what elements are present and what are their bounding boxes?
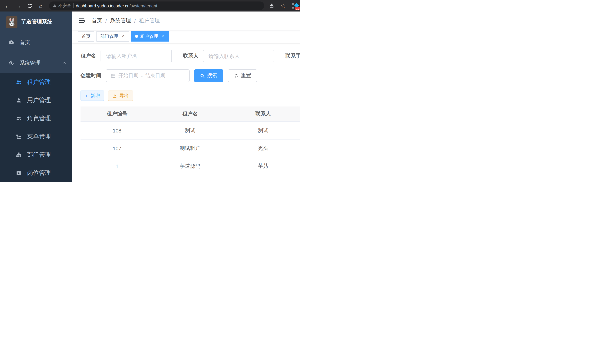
app-title: 芋道管理系统 xyxy=(21,19,52,25)
tab-dept[interactable]: 部门管理 xyxy=(96,31,129,42)
table-row: 108 测试 测试 15601691300 关闭 2021-12-14 21:0… xyxy=(81,121,300,139)
close-icon[interactable] xyxy=(120,34,125,39)
reset-button[interactable]: 重置 xyxy=(228,69,257,82)
dashboard-icon xyxy=(8,39,14,46)
share-icon[interactable] xyxy=(268,2,275,9)
tab-label: 首页 xyxy=(82,33,91,39)
users-icon xyxy=(16,79,22,85)
plus-icon: + xyxy=(85,93,88,99)
col-tenant-id: 租户编号 xyxy=(81,106,154,121)
sidebar-item-post[interactable]: 岗位管理 xyxy=(0,164,72,182)
page-content: 租户名 联系人 联系手机 租户状态 请选择租户状态 xyxy=(72,43,300,182)
url-bar[interactable]: 不安全 dashboard.yudao.iocoder.cn/system/te… xyxy=(49,1,264,10)
range-separator: - xyxy=(141,73,143,78)
tab-label: 部门管理 xyxy=(100,33,118,39)
security-label: 不安全 xyxy=(58,3,71,9)
sidebar-item-label: 租户管理 xyxy=(27,78,66,86)
date-range-picker[interactable]: 开始日期 - 结束日期 xyxy=(106,69,190,82)
top-navbar: 首页 / 系统管理 / 租户管理 TT xyxy=(72,11,300,30)
sidebar-item-user[interactable]: 用户管理 xyxy=(0,91,72,110)
browser-back-icon[interactable]: ← xyxy=(3,1,12,10)
sidebar-item-system[interactable]: 系统管理 xyxy=(0,53,72,73)
start-date-placeholder[interactable]: 开始日期 xyxy=(118,72,138,79)
sidebar-item-label: 首页 xyxy=(20,39,66,46)
create-time-label: 创建时间 xyxy=(81,72,101,79)
tree-icon xyxy=(16,134,22,140)
cell-contact: 芋艿 xyxy=(226,157,300,175)
cell-tenant-name: 芋道源码 xyxy=(154,157,227,175)
org-chart-icon xyxy=(16,152,22,158)
search-button[interactable]: 搜索 xyxy=(194,69,223,82)
reset-button-label: 重置 xyxy=(241,72,251,79)
url-domain: dashboard.yudao.iocoder.cn xyxy=(76,3,130,8)
search-button-label: 搜索 xyxy=(207,72,217,79)
logo-image: 🐰 xyxy=(6,16,18,28)
bookmark-star-icon[interactable]: ☆ xyxy=(279,1,288,10)
badge-icon xyxy=(16,170,22,176)
cell-tenant-id: 108 xyxy=(81,121,154,139)
sidebar-item-role[interactable]: 角色管理 xyxy=(0,110,72,128)
breadcrumb: 首页 / 系统管理 / 租户管理 xyxy=(92,18,160,24)
url-text: dashboard.yudao.iocoder.cn/system/tenant xyxy=(76,3,157,8)
cell-mobile: 17321315478 xyxy=(300,157,300,175)
add-button-label: 新增 xyxy=(91,93,100,99)
end-date-placeholder[interactable]: 结束日期 xyxy=(145,72,165,79)
sidebar-item-label: 系统管理 xyxy=(20,60,62,66)
app-logo[interactable]: 🐰 芋道管理系统 xyxy=(0,11,72,32)
contact-label: 联系人 xyxy=(183,53,198,59)
cell-mobile: 15601691300 xyxy=(300,121,300,139)
tab-home[interactable]: 首页 xyxy=(78,31,94,42)
breadcrumb-separator: / xyxy=(134,18,136,24)
tab-label: 租户管理 xyxy=(140,33,158,39)
roles-icon xyxy=(16,115,22,122)
search-icon xyxy=(200,73,205,78)
url-divider xyxy=(73,3,74,8)
browser-forward-icon[interactable]: → xyxy=(14,1,23,10)
refresh-icon xyxy=(234,73,239,78)
col-mobile: 联系手机 xyxy=(300,106,300,121)
cell-tenant-name: 测试租户 xyxy=(154,139,227,157)
browser-home-icon[interactable]: ⌂ xyxy=(36,1,45,10)
table-row: 1 芋道源码 芋艿 17321315478 开启 2021-01-05 17:0… xyxy=(81,157,300,175)
gear-icon xyxy=(8,60,14,66)
sidebar-item-label: 角色管理 xyxy=(27,115,66,122)
calendar-icon xyxy=(111,73,116,78)
tab-tenant[interactable]: 租户管理 xyxy=(131,31,169,42)
tenant-name-input[interactable] xyxy=(105,53,167,59)
col-contact: 联系人 xyxy=(226,106,300,121)
table-row: 107 测试租户 秃头 15601691300 关闭 2021-12-14 20… xyxy=(81,139,300,157)
sidebar-item-tenant[interactable]: 租户管理 xyxy=(0,73,72,91)
sidebar-item-menu[interactable]: 菜单管理 xyxy=(0,128,72,146)
chevron-up-icon xyxy=(62,61,66,65)
not-secure-warning[interactable]: 不安全 xyxy=(53,3,71,9)
mobile-label: 联系手机 xyxy=(285,53,300,59)
sidebar-item-home[interactable]: 首页 xyxy=(0,32,72,53)
contact-input[interactable] xyxy=(208,53,269,59)
close-icon[interactable] xyxy=(160,34,166,39)
browser-toolbar: ← → ⌂ 不安全 dashboard.yudao.iocoder.cn/sys… xyxy=(0,0,300,11)
cell-contact: 测试 xyxy=(226,121,300,139)
tenant-name-label: 租户名 xyxy=(81,53,96,59)
breadcrumb-home[interactable]: 首页 xyxy=(92,18,102,24)
cell-contact: 秃头 xyxy=(226,139,300,157)
col-tenant-name: 租户名 xyxy=(154,106,227,121)
add-button[interactable]: + 新增 xyxy=(81,91,104,101)
sidebar-item-label: 用户管理 xyxy=(27,96,66,104)
user-icon xyxy=(16,97,22,103)
sidebar-item-label: 菜单管理 xyxy=(27,133,66,141)
extension-diamond-icon[interactable]: 10 xyxy=(292,3,298,9)
sidebar: 🐰 芋道管理系统 首页 系统管理 租户管理 xyxy=(0,11,72,182)
breadcrumb-system[interactable]: 系统管理 xyxy=(110,18,131,24)
cell-tenant-name: 测试 xyxy=(154,121,227,139)
sidebar-item-label: 部门管理 xyxy=(27,151,66,159)
export-button[interactable]: 导出 xyxy=(108,91,133,101)
tags-view: 首页 部门管理 租户管理 xyxy=(72,30,300,43)
sidebar-item-dept[interactable]: 部门管理 xyxy=(0,146,72,164)
cell-tenant-id: 107 xyxy=(81,139,154,157)
sidebar-submenu-system: 租户管理 用户管理 角色管理 菜单管理 部门管理 xyxy=(0,73,72,182)
cell-mobile: 15601691300 xyxy=(300,139,300,157)
sidebar-toggle-icon[interactable] xyxy=(77,17,86,25)
browser-reload-icon[interactable] xyxy=(25,1,34,10)
browser-extensions: 10 ⌘ Y 更新 xyxy=(292,1,300,10)
download-icon xyxy=(112,93,117,98)
